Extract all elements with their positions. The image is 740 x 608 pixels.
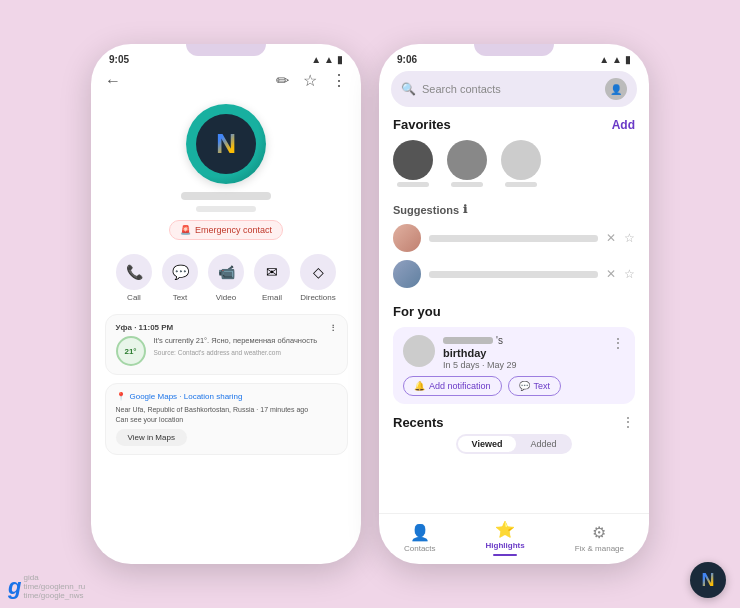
- video-button[interactable]: 📹 Video: [208, 254, 244, 302]
- for-you-section: For you 's birthday In 5: [379, 298, 649, 408]
- suggestion-item-2[interactable]: ✕ ☆: [379, 256, 649, 292]
- email-icon: ✉: [254, 254, 290, 290]
- contact-name-placeholder: [181, 192, 271, 200]
- directions-button[interactable]: ◇ Directions: [300, 254, 336, 302]
- sugg-name-2: [429, 271, 598, 278]
- bell-icon: 🔔: [414, 381, 425, 391]
- text-button[interactable]: 💬 Text: [162, 254, 198, 302]
- recents-header: Recents ⋮: [393, 414, 635, 430]
- more-button[interactable]: ⋮: [331, 71, 347, 90]
- recents-section: Recents ⋮ Viewed Added: [379, 410, 649, 460]
- recents-tab-viewed[interactable]: Viewed: [458, 436, 517, 452]
- n-badge: N: [690, 562, 726, 598]
- sugg-star-1[interactable]: ☆: [624, 231, 635, 245]
- add-notification-label: Add notification: [429, 381, 491, 391]
- birthday-more-icon[interactable]: ⋮: [611, 335, 625, 351]
- phone2-content: 🔍 Search contacts 👤 Favorites Add: [379, 69, 649, 564]
- action-buttons: 📞 Call 💬 Text 📹 Video ✉ Email ◇ Dir: [116, 254, 336, 302]
- fav-item-3[interactable]: [501, 140, 541, 187]
- watermark-g: g: [8, 574, 21, 600]
- sugg-close-1[interactable]: ✕: [606, 231, 616, 245]
- fav-item-2[interactable]: [447, 140, 487, 187]
- recents-title: Recents: [393, 415, 444, 430]
- phone1-toolbar: ← ✏ ☆ ⋮: [91, 69, 361, 94]
- watermark-text2: time/googlenn_ru: [23, 582, 85, 591]
- directions-label: Directions: [300, 293, 336, 302]
- fav-avatar-1: [393, 140, 433, 180]
- sugg-close-2[interactable]: ✕: [606, 267, 616, 281]
- watermark-text3: time/google_nws: [23, 591, 85, 600]
- signal-icon: ▲: [324, 54, 334, 65]
- wifi-icon: ▲: [311, 54, 321, 65]
- view-maps-button[interactable]: View in Maps: [116, 429, 187, 446]
- text-contact-button[interactable]: 💬 Text: [508, 376, 562, 396]
- recents-more-icon[interactable]: ⋮: [621, 414, 635, 430]
- sugg-avatar-1: [393, 224, 421, 252]
- birthday-name-bar: [443, 337, 493, 344]
- emergency-label: Emergency contact: [195, 225, 272, 235]
- fav-name-3: [505, 182, 537, 187]
- call-icon: 📞: [116, 254, 152, 290]
- highlights-nav-label: Highlights: [486, 541, 525, 550]
- fav-name-2: [451, 182, 483, 187]
- maps-location: Near Ufa, Republic of Bashkortostan, Rus…: [116, 405, 337, 415]
- temp-circle: 21°: [116, 336, 146, 366]
- chat-icon: 💬: [519, 381, 530, 391]
- fav-item-1[interactable]: [393, 140, 433, 187]
- nav-fix-manage[interactable]: ⚙ Fix & manage: [575, 523, 624, 553]
- favorites-title: Favorites: [393, 117, 451, 132]
- edit-button[interactable]: ✏: [276, 71, 289, 90]
- maps-header-text: Google Maps · Location sharing: [130, 392, 243, 401]
- watermark: g gida time/googlenn_ru time/google_nws: [8, 573, 85, 600]
- watermark-text1: gida: [23, 573, 85, 582]
- battery-icon: ▮: [337, 54, 343, 65]
- text-button-label: Text: [534, 381, 551, 391]
- back-button[interactable]: ←: [105, 72, 121, 90]
- suggestions-info-icon: ℹ: [463, 203, 467, 216]
- emergency-badge: 🚨 Emergency contact: [169, 220, 283, 240]
- maps-pin-icon: 📍: [116, 392, 126, 401]
- recents-tab-added[interactable]: Added: [516, 436, 570, 452]
- add-favorites-button[interactable]: Add: [612, 118, 635, 132]
- weather-more-icon: ⋮: [329, 323, 337, 332]
- email-label: Email: [262, 293, 282, 302]
- toolbar-right: ✏ ☆ ⋮: [276, 71, 347, 90]
- suggestions-title: Suggestions: [393, 204, 459, 216]
- fav-avatar-3: [501, 140, 541, 180]
- maps-header: 📍 Google Maps · Location sharing: [116, 392, 337, 401]
- status-time-2: 9:06: [397, 54, 417, 65]
- text-label: Text: [173, 293, 188, 302]
- weather-description: It's currently 21°. Ясно, переменная обл…: [154, 336, 318, 347]
- weather-row: 21° It's currently 21°. Ясно, переменная…: [116, 336, 337, 366]
- user-avatar[interactable]: 👤: [605, 78, 627, 100]
- weather-location: Уфа · 11:05 PM: [116, 323, 174, 332]
- contacts-icon: 👤: [410, 523, 430, 542]
- add-notification-button[interactable]: 🔔 Add notification: [403, 376, 502, 396]
- phone-notch-2: [474, 44, 554, 56]
- active-indicator: [493, 554, 517, 556]
- contact-avatar: N: [186, 104, 266, 184]
- fix-manage-nav-label: Fix & manage: [575, 544, 624, 553]
- suggestions-header: Suggestions ℹ: [379, 203, 649, 220]
- bottom-nav: 👤 Contacts ⭐ Highlights ⚙ Fix & manage: [379, 513, 649, 564]
- contacts-nav-label: Contacts: [404, 544, 436, 553]
- recents-tabs: Viewed Added: [456, 434, 573, 454]
- email-button[interactable]: ✉ Email: [254, 254, 290, 302]
- avatar-inner: N: [196, 114, 256, 174]
- weather-text-col: It's currently 21°. Ясно, переменная обл…: [154, 336, 318, 356]
- n-badge-letter: N: [702, 570, 715, 591]
- call-button[interactable]: 📞 Call: [116, 254, 152, 302]
- nav-contacts[interactable]: 👤 Contacts: [404, 523, 436, 553]
- phone-2: 9:06 ▲ ▲ ▮ 🔍 Search contacts 👤 Favorites…: [379, 44, 649, 564]
- birthday-sub: In 5 days · May 29: [443, 360, 517, 370]
- fix-manage-icon: ⚙: [592, 523, 606, 542]
- birthday-label: birthday: [443, 347, 517, 359]
- maps-card: 📍 Google Maps · Location sharing Near Uf…: [105, 383, 348, 455]
- star-button[interactable]: ☆: [303, 71, 317, 90]
- suggestion-item-1[interactable]: ✕ ☆: [379, 220, 649, 256]
- nav-highlights[interactable]: ⭐ Highlights: [486, 520, 525, 556]
- phone-notch-1: [186, 44, 266, 56]
- sugg-star-2[interactable]: ☆: [624, 267, 635, 281]
- search-bar[interactable]: 🔍 Search contacts 👤: [391, 71, 637, 107]
- phone1-content: N 🚨 Emergency contact 📞 Call 💬 Text: [91, 94, 361, 564]
